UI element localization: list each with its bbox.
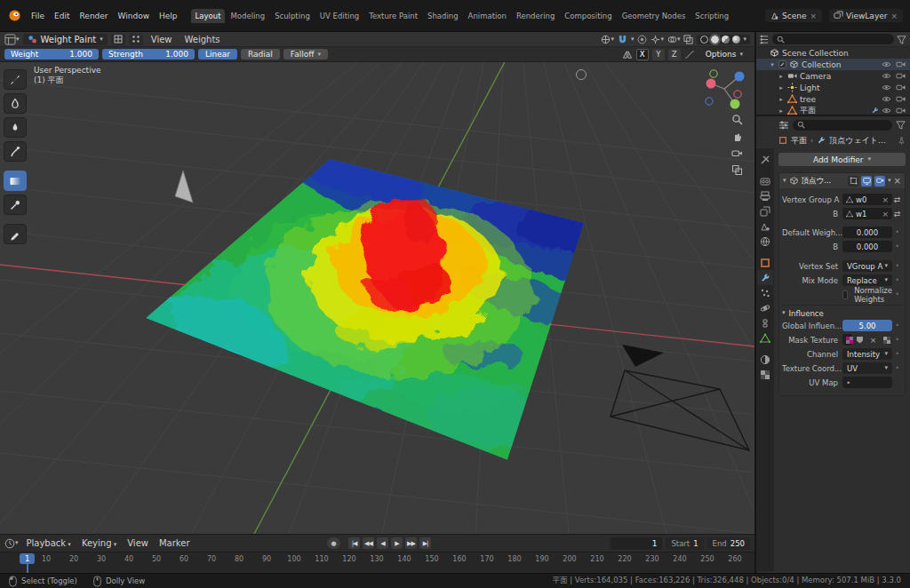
decorator-dot[interactable]: •	[892, 322, 902, 330]
xray-toggle-icon[interactable]	[683, 35, 693, 44]
light-object[interactable]	[577, 70, 587, 80]
camera-view-icon[interactable]	[731, 147, 743, 159]
mask-texture-field[interactable]: dis...	[842, 334, 852, 346]
menu-render[interactable]: Render	[76, 10, 113, 22]
tab-view-layer[interactable]	[757, 203, 773, 219]
frame-end-field[interactable]: End 250	[707, 537, 750, 550]
mirror-y-toggle[interactable]: Y	[652, 49, 665, 60]
play-button[interactable]: ▶	[391, 537, 403, 549]
vertex-set-dropdown[interactable]: VGroup A and B▾	[842, 260, 892, 272]
disable-in-renders-icon[interactable]	[896, 106, 906, 115]
tab-scripting[interactable]: Scripting	[690, 9, 733, 23]
weight-paint-plane[interactable]	[124, 115, 663, 462]
vertex-group-a-field[interactable]: w0 ×	[842, 194, 892, 205]
modifier-render-toggle[interactable]	[874, 176, 885, 187]
tool-smear-brush[interactable]	[4, 141, 27, 162]
decorator-dot[interactable]: •	[892, 336, 902, 344]
viewport-3d[interactable]: User Perspective (1) 平面	[0, 62, 754, 534]
disable-in-renders-icon[interactable]	[896, 71, 906, 81]
playhead[interactable]: 1	[20, 553, 35, 564]
modifier-panel-header[interactable]: ▾ 頂点ウ... ▾ ×	[779, 173, 905, 188]
jump-start-button[interactable]: |◀	[348, 537, 360, 549]
paint-mask-verts-toggle[interactable]	[129, 34, 143, 45]
frame-start-field[interactable]: Start 1	[666, 537, 703, 550]
tab-animation[interactable]: Animation	[464, 9, 511, 23]
viewlayer-selector[interactable]: ViewLayer ×	[829, 9, 903, 22]
collapse-icon[interactable]: ▾	[783, 178, 786, 184]
scene-unlink-icon[interactable]: ×	[809, 12, 818, 20]
strength-slider[interactable]: Strength 1.000	[102, 49, 195, 60]
unlink-texture-icon[interactable]: ×	[867, 334, 879, 346]
tool-annotate[interactable]	[4, 224, 27, 244]
current-frame-field[interactable]: 1	[611, 537, 662, 550]
mode-dropdown[interactable]: Weight Paint ▾	[23, 34, 108, 45]
outliner-filter-icon[interactable]	[897, 35, 906, 44]
proportional-editing-icon[interactable]	[637, 35, 647, 44]
outliner-display-mode-icon[interactable]	[760, 35, 770, 44]
tab-constraints[interactable]	[757, 315, 773, 330]
tab-compositing[interactable]: Compositing	[560, 9, 616, 23]
vertex-group-b-field[interactable]: w1 ×	[842, 208, 892, 219]
decorator-dot[interactable]: •	[892, 364, 902, 372]
decorator-dot[interactable]: •	[892, 350, 902, 358]
tab-output[interactable]	[757, 188, 773, 203]
menu-edit[interactable]: Edit	[50, 10, 74, 22]
tab-texture[interactable]	[757, 367, 773, 382]
properties-editor-icon[interactable]	[778, 120, 789, 131]
transform-orientation-dropdown[interactable]: ▾	[601, 35, 614, 44]
tool-average-brush[interactable]	[4, 117, 27, 138]
modifier-name[interactable]: 頂点ウ...	[802, 176, 846, 187]
fake-user-icon[interactable]	[854, 334, 866, 346]
outliner-row-collection[interactable]: ▾✓Collection	[756, 59, 910, 70]
tab-object-data[interactable]	[757, 330, 773, 346]
decorator-dot[interactable]: •	[892, 276, 902, 284]
clear-icon[interactable]: ×	[882, 210, 889, 219]
shading-solid-icon[interactable]	[711, 36, 719, 44]
weights-menu[interactable]: Weights	[180, 34, 225, 45]
influence-section-header[interactable]: ▾ Influence	[782, 305, 902, 318]
view-menu[interactable]: View	[147, 34, 177, 45]
modifier-editmode-toggle[interactable]	[848, 176, 858, 187]
play-reverse-button[interactable]: ◀	[377, 537, 388, 549]
breadcrumb-modifier[interactable]: 頂点ウェイト合成	[829, 135, 894, 147]
paint-mask-faces-toggle[interactable]	[111, 34, 125, 45]
show-gizmo-icon[interactable]: ▾	[651, 35, 664, 44]
default-weight-b-field[interactable]: 0.000	[842, 241, 892, 252]
global-influence-slider[interactable]: 5.00	[842, 320, 892, 331]
modifier-realtime-toggle[interactable]	[861, 176, 872, 187]
falloff-radial-button[interactable]: Radial	[241, 49, 280, 60]
modifier-extras-dropdown-icon[interactable]: ▾	[888, 178, 891, 184]
breadcrumb-object[interactable]: 平面	[791, 135, 807, 147]
disclosure-triangle[interactable]: ▸	[778, 73, 785, 80]
disclosure-triangle[interactable]: ▸	[778, 96, 785, 103]
auto-keying-toggle[interactable]: ●	[327, 537, 340, 549]
shading-dropdown-icon[interactable]: ▾	[743, 36, 746, 43]
outliner-row-light[interactable]: ▸Light	[756, 82, 910, 93]
move-view-hand-icon[interactable]	[731, 131, 743, 142]
tab-material[interactable]	[757, 352, 773, 367]
normalize-weights-checkbox[interactable]	[842, 290, 848, 299]
disable-in-renders-icon[interactable]	[896, 60, 906, 69]
tab-modeling[interactable]: Modeling	[226, 9, 269, 23]
mirror-z-toggle[interactable]: Z	[668, 49, 681, 60]
disclosure-triangle[interactable]: ▸	[778, 107, 785, 115]
blender-logo-icon[interactable]	[7, 9, 21, 23]
falloff-curve-icon[interactable]	[684, 50, 695, 60]
tab-modifiers[interactable]	[757, 270, 773, 285]
default-weight-a-field[interactable]: 0.000	[842, 226, 892, 238]
clear-icon[interactable]: ×	[882, 195, 889, 204]
weight-slider[interactable]: Weight 1.000	[4, 49, 99, 60]
tool-draw-brush[interactable]	[4, 69, 27, 90]
tab-object[interactable]	[757, 255, 773, 270]
outliner-row-camera[interactable]: ▸Camera	[756, 70, 910, 82]
add-modifier-button[interactable]: Add Modifier ▾	[778, 153, 906, 166]
hide-in-viewport-icon[interactable]	[882, 83, 891, 92]
decorator-dot[interactable]: •	[892, 242, 902, 250]
hide-in-viewport-icon[interactable]	[882, 94, 891, 104]
snap-toggle-icon[interactable]	[618, 35, 627, 44]
uv-map-field[interactable]: •	[842, 377, 892, 388]
shading-material-icon[interactable]	[722, 36, 730, 44]
outliner-row-tree[interactable]: ▸tree	[756, 93, 910, 105]
timeline-ruler[interactable]: 1 10203040506070809010011012013014015016…	[0, 552, 754, 573]
viewlayer-unlink-icon[interactable]: ×	[890, 12, 898, 20]
